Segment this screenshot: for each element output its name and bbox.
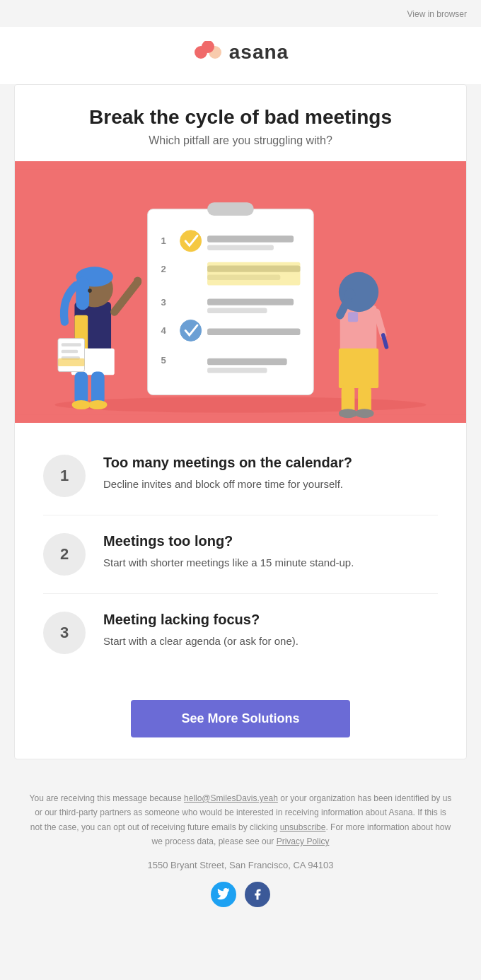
svg-rect-8 (207, 245, 274, 250)
hero-image: 1 2 3 4 5 (15, 161, 466, 423)
svg-rect-6 (207, 202, 254, 216)
svg-point-30 (88, 288, 92, 293)
svg-rect-13 (207, 298, 294, 305)
svg-point-52 (339, 409, 357, 418)
svg-rect-44 (339, 349, 378, 388)
top-bar: View in browser (0, 0, 481, 27)
svg-rect-43 (348, 312, 358, 322)
see-more-solutions-button[interactable]: See More Solutions (131, 700, 350, 737)
card-subtitle: Which pitfall are you struggling with? (43, 134, 438, 147)
card-body: 1 Too many meetings on the calendar? Dec… (15, 423, 466, 693)
svg-rect-15 (207, 329, 300, 335)
tip-item-2: 2 Meetings too long? Start with shorter … (43, 515, 438, 594)
twitter-icon (217, 888, 230, 901)
facebook-link[interactable] (245, 882, 270, 907)
disclaimer-prefix: You are receiving this message because (30, 793, 184, 803)
tip-content-1: Too many meetings on the calendar? Decli… (103, 455, 352, 493)
facebook-icon (251, 888, 264, 901)
view-in-browser-link[interactable]: View in browser (407, 9, 467, 19)
svg-point-16 (180, 320, 202, 341)
svg-rect-17 (207, 358, 287, 365)
svg-text:4: 4 (161, 325, 167, 336)
logo-text: asana (229, 41, 289, 64)
asana-logo-icon (192, 41, 224, 64)
svg-point-53 (355, 409, 373, 418)
tip-content-3: Meeting lacking focus? Start with a clea… (103, 612, 299, 650)
svg-rect-34 (91, 372, 105, 405)
svg-point-32 (134, 276, 141, 284)
tip-number-1: 1 (43, 455, 86, 497)
hero-illustration: 1 2 3 4 5 (15, 161, 466, 423)
twitter-link[interactable] (211, 882, 236, 907)
svg-point-35 (72, 400, 91, 409)
svg-point-47 (344, 288, 355, 299)
svg-text:1: 1 (161, 235, 166, 246)
card-title: Break the cycle of bad meetings (43, 106, 438, 129)
asana-logo: asana (192, 41, 289, 64)
svg-rect-38 (62, 343, 81, 346)
unsubscribe-link[interactable]: unsubscribe (280, 822, 326, 832)
tip-heading-2: Meetings too long? (103, 533, 354, 549)
footer-disclaimer: You are receiving this message because h… (28, 791, 453, 849)
tip-body-2: Start with shorter meetings like a 15 mi… (103, 555, 354, 571)
footer: You are receiving this message because h… (0, 774, 481, 928)
tip-item-3: 3 Meeting lacking focus? Start with a cl… (43, 594, 438, 672)
tip-item-1: 1 Too many meetings on the calendar? Dec… (43, 437, 438, 515)
svg-rect-39 (62, 350, 78, 354)
card-header: Break the cycle of bad meetings Which pi… (15, 85, 466, 161)
tip-number-2: 2 (43, 533, 86, 576)
svg-point-9 (180, 231, 202, 252)
footer-email[interactable]: hello@SmilesDavis.yeah (184, 793, 278, 803)
tip-body-1: Decline invites and block off more time … (103, 477, 352, 493)
tip-heading-3: Meeting lacking focus? (103, 612, 299, 628)
svg-rect-12 (207, 262, 300, 286)
svg-text:5: 5 (161, 355, 166, 366)
svg-rect-33 (74, 372, 88, 405)
footer-address: 1550 Bryant Street, San Francisco, CA 94… (28, 858, 453, 873)
email-card: Break the cycle of bad meetings Which pi… (14, 84, 467, 759)
svg-rect-14 (207, 308, 267, 314)
logo-area: asana (0, 27, 481, 84)
tip-body-3: Start with a clear agenda (or ask for on… (103, 634, 299, 650)
svg-point-36 (88, 400, 107, 409)
svg-rect-41 (58, 358, 85, 366)
svg-rect-7 (207, 235, 294, 242)
cta-area: See More Solutions (15, 693, 466, 759)
social-icons (28, 882, 453, 907)
svg-text:2: 2 (161, 264, 166, 274)
tip-content-2: Meetings too long? Start with shorter me… (103, 533, 354, 571)
tip-heading-1: Too many meetings on the calendar? (103, 455, 352, 471)
svg-rect-18 (207, 368, 267, 373)
tip-number-3: 3 (43, 612, 86, 654)
privacy-policy-link[interactable]: Privacy Policy (277, 836, 330, 846)
svg-text:3: 3 (161, 297, 166, 308)
svg-rect-29 (76, 276, 89, 310)
